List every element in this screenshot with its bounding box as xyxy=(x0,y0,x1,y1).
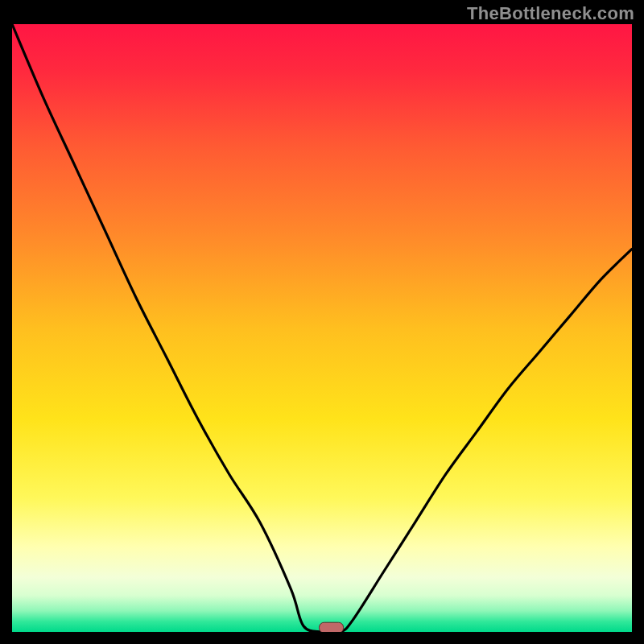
plot-area xyxy=(12,24,632,632)
watermark-text: TheBottleneck.com xyxy=(467,3,634,24)
gradient-rect xyxy=(12,24,632,632)
chart-frame: TheBottleneck.com xyxy=(0,0,644,644)
optimum-marker xyxy=(320,622,344,632)
chart-svg xyxy=(12,24,632,632)
